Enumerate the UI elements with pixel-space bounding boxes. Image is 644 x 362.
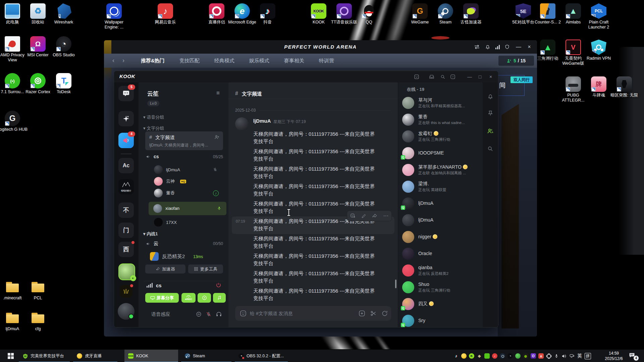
tray-wegame-icon[interactable]: ◆ <box>477 353 482 359</box>
taskbar-btn-huya[interactable]: 虎牙直播 <box>73 350 117 362</box>
tray-live-companion-icon[interactable]: O <box>531 353 536 359</box>
chat-message[interactable]: 07:19 天梯房间邀请，房间号：01111977356 ---来自完美世界竞技… <box>232 251 394 269</box>
soundpad-button[interactable] <box>198 293 211 303</box>
party-counter[interactable]: 5 / 15 <box>498 56 534 66</box>
nav-back-icon[interactable]: ‹ <box>112 57 114 64</box>
voice-member-yunshen[interactable]: 云神 HQ <box>154 177 186 186</box>
member-row[interactable]: Q Sry <box>398 312 483 327</box>
bell-icon[interactable] <box>487 93 494 100</box>
tray-globe-icon[interactable] <box>515 353 521 359</box>
member-row[interactable]: Q qianba 正在玩 反恐精英2 <box>398 262 483 279</box>
voice-member-xiaofan-selected[interactable]: xiaofan <box>149 202 226 215</box>
voice-member-dongxiang[interactable]: 董香 ♪ <box>154 189 175 197</box>
desktop-icon-wallpaper-engine[interactable]: Wallpaper Engine: ... <box>99 3 129 30</box>
bell-icon[interactable] <box>484 44 491 50</box>
taskbar-btn-obs[interactable]: ◔ OBS 32.0.2 - 配置... <box>235 350 288 362</box>
desktop-icon-todesk[interactable]: TToDesk <box>48 73 79 95</box>
group-text[interactable]: ▾ 文字分组 <box>143 125 164 131</box>
chat-message[interactable]: 07:19 天梯房间邀请，房间号：01111977356 ---来自完美世界竞技… <box>232 269 394 286</box>
chat-message[interactable]: 07:19 天梯房间邀请，房间号：01111977356 ---来自完美世界竞技… <box>232 129 394 147</box>
active-server-avatar[interactable] <box>118 263 135 280</box>
desktop-icon-radmin[interactable]: Radmin VPN <box>583 40 614 61</box>
member-list-icon[interactable] <box>487 128 494 134</box>
mic-muted-icon[interactable] <box>206 311 211 317</box>
member-row[interactable]: Q ljDmuA <box>398 212 483 229</box>
member-row[interactable]: Q 莱羊那多LYANARTO 正在听 在加纳共和国离婚 ... <box>398 162 483 178</box>
shield-icon[interactable] <box>504 44 511 50</box>
screen-share-button[interactable]: 屏幕分享 <box>145 293 179 303</box>
taskbar-btn-kook[interactable]: KOOK KOOK <box>124 350 178 362</box>
chat-input[interactable]: 给 #文字频道 发消息 <box>235 306 391 321</box>
help-icon[interactable]: ? <box>450 74 456 80</box>
edit-icon[interactable] <box>361 214 366 219</box>
member-row[interactable]: Q 四又 <box>398 296 483 312</box>
ime-pinyin-indicator[interactable]: 拼 <box>585 353 591 359</box>
game-tab[interactable]: 竞技匹配 <box>179 58 200 64</box>
headphones-icon[interactable] <box>216 311 222 317</box>
member-row[interactable]: Q IOOOPSME <box>398 145 483 162</box>
history-loop-icon[interactable] <box>381 310 388 317</box>
game-tab[interactable]: 赛事相关 <box>284 58 304 64</box>
member-row[interactable]: Q 草与河 正在玩 和平精英模拟器高... <box>398 95 483 111</box>
desktop-icon-guguai[interactable]: 古怪加速器 <box>455 3 486 25</box>
tray-network-icon[interactable] <box>569 353 575 359</box>
member-row[interactable]: Q 董香 正在听 this is what sadne... <box>398 111 483 128</box>
server-bu[interactable]: 不 <box>118 202 134 218</box>
group-neizhan[interactable]: ▾ 内战1 <box>143 231 158 237</box>
minimize-icon[interactable]: — <box>467 74 473 80</box>
voice-channel-yun[interactable]: 云 <box>146 241 158 247</box>
tray-nvidia-icon[interactable]: ◉ <box>523 353 528 359</box>
member-row[interactable]: Q 发霉钉 正在玩 三角洲行动 <box>398 128 483 145</box>
server-menu-icon[interactable]: ≡ <box>216 90 220 97</box>
voice-member-ljdmua[interactable]: ljDmuA <box>154 165 180 174</box>
message-avatar[interactable] <box>235 117 249 131</box>
chat-message[interactable]: 07:19 天梯房间邀请，房间号：01111977356 ---来自完美世界竞技… <box>232 286 394 304</box>
desktop-icon-cfg-folder[interactable]: cfg <box>22 310 53 331</box>
game-tab[interactable]: 特训营 <box>319 58 334 64</box>
message-sender[interactable]: ljDmuA <box>253 118 271 124</box>
taskbar-btn-perfect-world[interactable]: 完美世界竞技平台 <box>19 350 70 362</box>
server-crawl[interactable]: 暗暗的爬行 <box>118 179 134 194</box>
share-icon[interactable] <box>372 214 377 218</box>
member-row[interactable]: Q ljDmuA <box>398 195 483 212</box>
tray-wallpaper-gear-icon[interactable] <box>546 353 551 359</box>
chat-message[interactable]: 07:19 天梯房间邀请，房间号：01111977356 ---来自完美世界竞技… <box>232 234 394 251</box>
tray-red-a-icon[interactable]: a <box>538 353 544 359</box>
member-row[interactable]: Q Oracle <box>398 245 483 262</box>
server-xi[interactable]: 西 <box>118 242 134 257</box>
member-row[interactable]: Q 梁博. 正在玩 英雄联盟 <box>398 178 483 195</box>
start-button[interactable] <box>3 350 19 362</box>
user-avatar[interactable] <box>118 303 135 320</box>
inbox-icon[interactable] <box>429 74 435 80</box>
channel-text-selected[interactable]: # 文字频道 ljDmuA: 天梯房间邀请，房间号... <box>145 131 223 150</box>
voice-member-17xx[interactable]: 17XX <box>154 218 177 227</box>
action-center-button[interactable]: 4 <box>629 352 637 360</box>
taskbar-btn-steam[interactable]: Steam <box>181 350 231 362</box>
tray-huya-icon[interactable] <box>461 353 467 359</box>
record-button[interactable]: ●REC <box>181 293 196 303</box>
music-button[interactable] <box>213 293 226 303</box>
close-icon[interactable]: × <box>488 74 494 80</box>
game-tab[interactable]: 推荐&热门 <box>141 58 165 64</box>
swap-icon[interactable] <box>474 44 480 50</box>
desktop-icon-netease-music[interactable]: ♪网易云音乐 <box>150 3 181 25</box>
chat-message[interactable]: 07:19 天梯房间邀请，房间号：01111977356 ---来自完美世界竞技… <box>232 217 394 234</box>
clip-scissors-icon[interactable] <box>370 310 377 317</box>
chat-message[interactable]: 07:19 天梯房间邀请，房间号：01111977356 ---来自完美世界竞技… <box>232 147 394 164</box>
tray-kook-icon[interactable]: K <box>469 353 474 359</box>
chat-message[interactable]: 07:19 天梯房间邀请，房间号：01111977356 ---来自完美世界竞技… <box>232 164 394 182</box>
pin-icon[interactable] <box>487 110 494 117</box>
tray-speaker-icon[interactable] <box>561 353 567 359</box>
minimize-icon[interactable]: — <box>515 44 522 50</box>
sticker-icon[interactable] <box>414 74 420 80</box>
duo-mode-tag[interactable]: 双人同行 <box>511 76 533 83</box>
booster-button[interactable]: 加速器 <box>145 264 185 274</box>
desktop-icon-pcl[interactable]: PCLPlain Craft Launcher 2 <box>583 3 614 30</box>
disconnect-icon[interactable] <box>216 282 221 288</box>
tray-obs-icon[interactable]: ◔ <box>507 353 513 359</box>
megaphone-server[interactable]: 4 <box>118 133 134 148</box>
game-tab[interactable]: 娱乐模式 <box>249 58 269 64</box>
game-tab[interactable]: 经典模式 <box>214 58 234 64</box>
signal-bars-icon[interactable] <box>494 44 501 50</box>
tray-microphone-icon[interactable] <box>554 353 559 359</box>
